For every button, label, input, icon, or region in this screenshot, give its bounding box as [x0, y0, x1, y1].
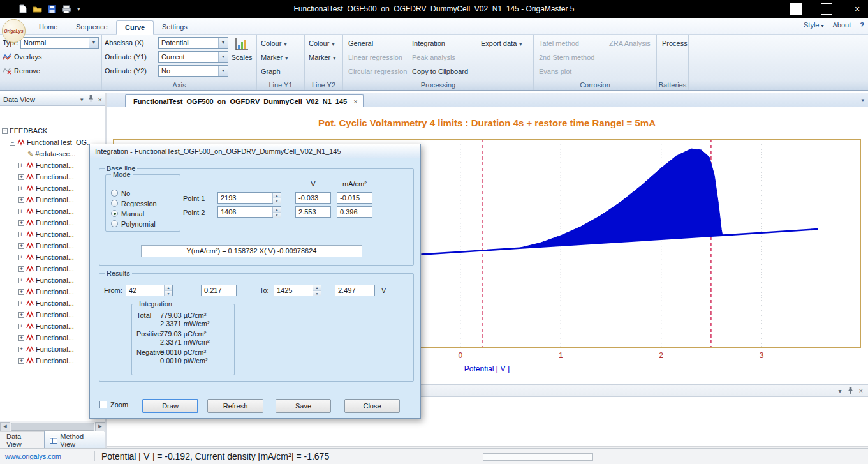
draw-button[interactable]: Draw	[142, 399, 198, 413]
expand-icon[interactable]: +	[18, 255, 24, 260]
remove-button[interactable]: Remove	[0, 64, 101, 77]
marker-y1-button[interactable]: Marker▾	[261, 50, 288, 64]
export-data-button[interactable]: Export data▾	[481, 36, 522, 50]
spin-down-icon[interactable]: ▼	[273, 198, 281, 204]
expand-icon[interactable]: +	[18, 209, 24, 214]
zra-analysis-button[interactable]: ZRA Analysis	[609, 36, 651, 50]
scroll-left-icon[interactable]: ◀	[0, 422, 10, 431]
spin-down-icon[interactable]: ▼	[165, 291, 172, 296]
scales-button[interactable]: Scales	[229, 37, 254, 61]
tree-item-feedback[interactable]: − FEEDBACK	[0, 125, 105, 137]
radio-polynomial[interactable]: Polynomial	[111, 220, 156, 228]
spin-up-icon[interactable]: ▲	[165, 285, 172, 291]
document-tab[interactable]: FunctionalTest_OGF500_on_OGFDRV_DummyCel…	[125, 94, 364, 108]
ordinate2-combobox[interactable]: No ▼	[158, 65, 228, 77]
point2-spinner[interactable]: 1406 ▲▼	[217, 206, 281, 218]
refresh-button[interactable]: Refresh	[207, 399, 263, 413]
expand-icon[interactable]: +	[18, 347, 24, 352]
process-button[interactable]: Process	[662, 36, 688, 50]
tab-method-view[interactable]: Method View	[44, 431, 105, 450]
expand-icon[interactable]: +	[18, 358, 24, 364]
tab-close-icon[interactable]: ×	[353, 98, 357, 105]
expand-icon[interactable]: +	[18, 278, 24, 283]
spin-down-icon[interactable]: ▼	[313, 291, 321, 296]
linear-regression-button[interactable]: Linear regression	[348, 50, 402, 64]
abscissa-combobox[interactable]: Potential ▼	[158, 37, 228, 49]
spin-down-icon[interactable]: ▼	[273, 213, 281, 218]
expand-icon[interactable]: +	[18, 312, 24, 318]
expand-icon[interactable]: +	[18, 186, 24, 191]
tab-sequence[interactable]: Sequence	[68, 20, 116, 35]
radio-regression[interactable]: Regression	[111, 199, 157, 207]
print-icon[interactable]	[62, 5, 71, 13]
pin-icon[interactable]	[88, 95, 94, 103]
type-combobox[interactable]: Normal ▼	[20, 37, 99, 49]
expand-icon[interactable]: +	[18, 232, 24, 237]
to-spinner[interactable]: 1425 ▲▼	[274, 285, 321, 296]
evans-plot-button[interactable]: Evans plot	[539, 64, 571, 79]
pane-pin-icon[interactable]	[848, 387, 853, 395]
zoom-checkbox[interactable]: Zoom	[99, 401, 128, 408]
expand-icon[interactable]: +	[18, 243, 24, 249]
new-file-icon[interactable]	[19, 4, 27, 13]
overlays-button[interactable]: Overlays	[0, 50, 101, 63]
copy-to-clipboard-button[interactable]: Copy to Clipboard	[412, 64, 468, 79]
expand-icon[interactable]: +	[18, 301, 24, 306]
panel-menu-icon[interactable]: ▾	[80, 96, 84, 103]
qat-customize-icon[interactable]: ▾	[77, 6, 80, 12]
help-icon[interactable]: ?	[860, 21, 864, 29]
tree-item-label: Functional...	[36, 196, 74, 204]
minimize-button[interactable]	[790, 3, 802, 15]
close-dialog-button[interactable]: Close	[344, 399, 400, 413]
tab-data-view[interactable]: Data View	[1, 431, 43, 449]
dialog-title-bar[interactable]: Integration - FunctionalTest_OGF500_on_O…	[90, 144, 420, 158]
panel-close-icon[interactable]: ×	[98, 96, 102, 103]
colour-y2-button[interactable]: Colour▾	[309, 36, 334, 50]
save-icon[interactable]	[48, 5, 56, 13]
expand-icon[interactable]: +	[18, 197, 24, 203]
general-button[interactable]: General	[348, 36, 373, 50]
tab-curve[interactable]: Curve	[116, 20, 154, 35]
spin-up-icon[interactable]: ▲	[273, 193, 281, 198]
origalys-link[interactable]: www.origalys.com	[5, 453, 94, 460]
maximize-button[interactable]	[821, 3, 832, 15]
close-button[interactable]: ×	[851, 3, 863, 15]
tafel-method-button[interactable]: Tafel method	[539, 36, 579, 50]
expand-icon[interactable]: +	[18, 163, 24, 168]
expand-icon[interactable]: +	[18, 289, 24, 295]
expand-icon[interactable]: +	[18, 324, 24, 329]
radio-manual[interactable]: Manual	[111, 209, 144, 218]
point1-spinner[interactable]: 2193 ▲▼	[217, 192, 281, 204]
scroll-right-icon[interactable]: ▶	[95, 422, 105, 431]
peak-analysis-button[interactable]: Peak analysis	[412, 50, 455, 64]
scrollbar-thumb[interactable]	[11, 423, 94, 431]
save-button[interactable]: Save	[276, 399, 331, 413]
spin-up-icon[interactable]: ▲	[313, 285, 321, 291]
collapse-icon[interactable]: −	[2, 128, 8, 134]
open-file-icon[interactable]	[33, 5, 42, 13]
expand-icon[interactable]: +	[18, 335, 24, 341]
graph-button[interactable]: Graph	[261, 64, 281, 79]
colour-y1-button[interactable]: Colour▾	[261, 36, 286, 50]
tab-list-icon[interactable]: ▾	[861, 97, 864, 103]
collapse-icon[interactable]: −	[10, 140, 15, 146]
pane-close-icon[interactable]: ×	[859, 387, 863, 394]
ordinate1-combobox[interactable]: Current ▼	[158, 51, 228, 63]
stern-method-button[interactable]: 2nd Stern method	[539, 50, 594, 64]
spin-up-icon[interactable]: ▲	[273, 207, 281, 213]
expand-icon[interactable]: +	[18, 266, 24, 272]
marker-y2-button[interactable]: Marker▾	[309, 50, 335, 64]
radio-no[interactable]: No	[111, 189, 130, 197]
expand-icon[interactable]: +	[18, 174, 24, 180]
circular-regression-button[interactable]: Circular regression	[348, 64, 407, 79]
pane-menu-icon[interactable]: ▾	[839, 387, 842, 394]
from-spinner[interactable]: 42 ▲▼	[126, 285, 173, 296]
tab-home[interactable]: Home	[31, 20, 66, 35]
tree-horizontal-scrollbar[interactable]: ◀ ▶	[0, 421, 105, 431]
expand-icon[interactable]: +	[18, 220, 24, 226]
tab-settings[interactable]: Settings	[154, 20, 196, 35]
about-button[interactable]: About	[833, 21, 851, 29]
origalys-logo[interactable]: OrigaLys	[2, 19, 26, 43]
integration-button[interactable]: Integration	[412, 36, 445, 50]
style-menu[interactable]: Style▾	[804, 21, 823, 29]
